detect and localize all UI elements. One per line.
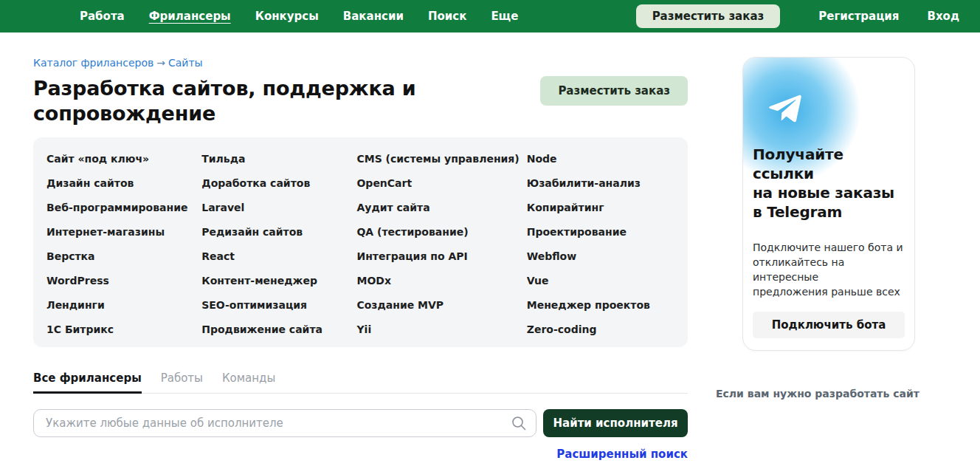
- category-column-2: ТильдаДоработка сайтовLaravelРедизайн са…: [201, 147, 349, 342]
- category-link[interactable]: Vue: [527, 269, 674, 293]
- nav-item[interactable]: Работа: [80, 10, 125, 23]
- category-link[interactable]: Веб-программирование: [46, 196, 194, 220]
- search-icon: [510, 414, 528, 432]
- category-link[interactable]: Проектирование: [527, 220, 674, 244]
- login-link[interactable]: Вход: [927, 10, 959, 23]
- tab[interactable]: Работы: [161, 371, 203, 394]
- nav-item[interactable]: Вакансии: [343, 10, 404, 23]
- title-row: Разработка сайтов, поддержка и сопровожд…: [33, 76, 688, 126]
- page-title: Разработка сайтов, поддержка и сопровожд…: [33, 76, 446, 126]
- category-link[interactable]: Доработка сайтов: [201, 171, 349, 196]
- category-link[interactable]: Продвижение сайта: [201, 318, 349, 342]
- advanced-search-row: Расширенный поиск: [33, 447, 688, 461]
- side-note: Если вам нужно разработать сайт: [716, 388, 980, 400]
- telegram-icon: [764, 87, 807, 130]
- breadcrumb-section-link[interactable]: Сайты: [168, 57, 203, 69]
- nav-item[interactable]: Еще: [491, 10, 518, 23]
- category-link[interactable]: React: [201, 244, 349, 269]
- category-link[interactable]: Редизайн сайтов: [201, 220, 349, 244]
- category-link[interactable]: Юзабилити-анализ: [527, 171, 674, 196]
- nav-item[interactable]: Поиск: [428, 10, 466, 23]
- category-link[interactable]: Верстка: [46, 244, 194, 269]
- tab[interactable]: Все фрилансеры: [33, 371, 142, 394]
- category-link[interactable]: MODx: [356, 269, 519, 293]
- tab[interactable]: Команды: [222, 371, 275, 394]
- category-link[interactable]: 1С Битрикс: [46, 318, 194, 342]
- breadcrumb: Каталог фрилансеров→Сайты: [33, 57, 688, 69]
- find-executor-button[interactable]: Найти исполнителя: [543, 409, 688, 437]
- main-column: Каталог фрилансеров→Сайты Разработка сай…: [33, 57, 688, 466]
- category-column-4: NodeЮзабилити-анализКопирайтингПроектиро…: [527, 147, 674, 342]
- nav-item[interactable]: Конкурсы: [255, 10, 319, 23]
- right-sidebar: Получайте ссылки на новые заказы в Teleg…: [716, 57, 980, 466]
- category-column-1: Сайт «под ключ»Дизайн сайтовВеб-программ…: [46, 147, 194, 342]
- category-link[interactable]: Интеграция по API: [356, 244, 519, 269]
- top-navbar: РаботаФрилансерыКонкурсыВакансииПоискЕще…: [0, 0, 980, 32]
- post-order-button[interactable]: Разместить заказ: [540, 76, 688, 106]
- category-link[interactable]: Node: [527, 147, 674, 171]
- category-link[interactable]: Webflow: [527, 244, 674, 269]
- category-link[interactable]: SEO-оптимизация: [201, 293, 349, 318]
- category-link[interactable]: WordPress: [46, 269, 194, 293]
- telegram-promo-card: Получайте ссылки на новые заказы в Teleg…: [742, 57, 915, 351]
- breadcrumb-arrow: →: [153, 57, 168, 69]
- category-link[interactable]: Лендинги: [46, 293, 194, 318]
- connect-bot-button[interactable]: Подключить бота: [753, 312, 905, 338]
- category-link[interactable]: Интернет-магазины: [46, 220, 194, 244]
- category-panel: Сайт «под ключ»Дизайн сайтовВеб-программ…: [33, 137, 688, 347]
- category-link[interactable]: Менеджер проектов: [527, 293, 674, 318]
- nav-item[interactable]: Фрилансеры: [149, 10, 231, 23]
- search-box: [33, 409, 536, 437]
- search-row: Найти исполнителя: [33, 409, 688, 437]
- category-link[interactable]: Yii: [356, 318, 519, 342]
- category-link[interactable]: Сайт «под ключ»: [46, 147, 194, 171]
- registration-link[interactable]: Регистрация: [818, 10, 899, 23]
- telegram-card-title: Получайте ссылки на новые заказы в Teleg…: [753, 145, 905, 222]
- category-link[interactable]: QA (тестирование): [356, 220, 519, 244]
- post-order-button-navbar[interactable]: Разместить заказ: [636, 4, 781, 28]
- nav-right: Разместить заказ Регистрация Вход: [636, 4, 959, 28]
- page-body: Каталог фрилансеров→Сайты Разработка сай…: [0, 32, 980, 466]
- breadcrumb-catalog-link[interactable]: Каталог фрилансеров: [33, 57, 153, 69]
- category-link[interactable]: Создание MVP: [356, 293, 519, 318]
- telegram-card-description: Подключите нашего бота и откликайтесь на…: [753, 241, 905, 300]
- advanced-search-link[interactable]: Расширенный поиск: [556, 448, 688, 461]
- category-link[interactable]: Laravel: [201, 196, 349, 220]
- category-link[interactable]: Контент-менеджер: [201, 269, 349, 293]
- main-nav: РаботаФрилансерыКонкурсыВакансииПоискЕще: [80, 10, 518, 23]
- category-link[interactable]: Дизайн сайтов: [46, 171, 194, 196]
- category-link[interactable]: Аудит сайта: [356, 196, 519, 220]
- category-link[interactable]: Zero-coding: [527, 318, 674, 342]
- category-link[interactable]: OpenCart: [356, 171, 519, 196]
- category-column-3: CMS (системы управления)OpenCartАудит са…: [356, 147, 519, 342]
- category-link[interactable]: Тильда: [201, 147, 349, 171]
- category-link[interactable]: Копирайтинг: [527, 196, 674, 220]
- category-link[interactable]: CMS (системы управления): [356, 147, 519, 171]
- freelancer-tabs: Все фрилансерыРаботыКоманды: [33, 371, 688, 394]
- search-input[interactable]: [33, 409, 536, 437]
